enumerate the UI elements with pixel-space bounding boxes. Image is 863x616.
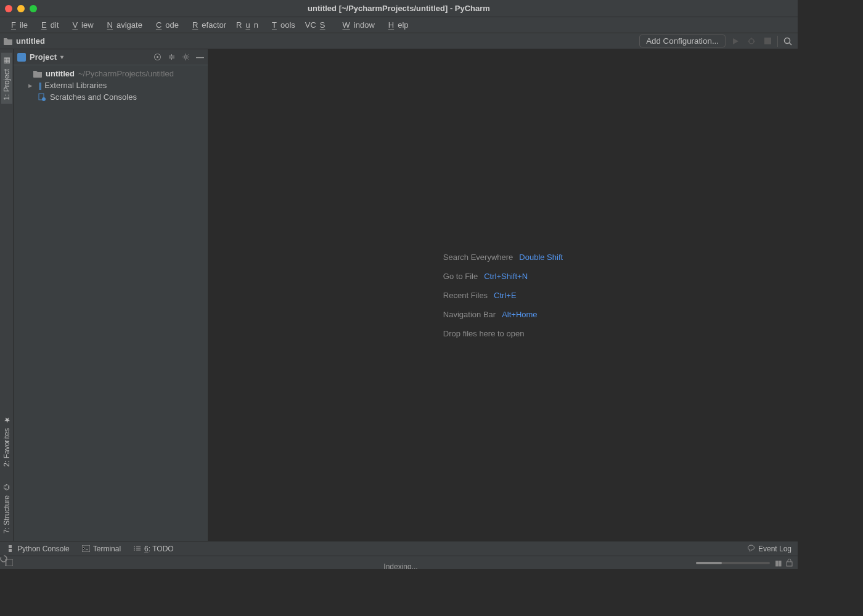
project-tool-header: Project ▾ —: [14, 49, 208, 65]
svg-rect-16: [787, 562, 792, 566]
tab-python-console[interactable]: Python Console: [6, 545, 70, 553]
run-icon[interactable]: [729, 35, 742, 47]
menu-help[interactable]: Help: [381, 19, 412, 31]
tree-scratches[interactable]: Scratches and Consoles: [14, 91, 208, 103]
structure-icon: ⌬: [4, 483, 10, 492]
menu-vcs[interactable]: VCS: [301, 19, 333, 31]
menubar: File Edit View Navigate Code Refactor Ru…: [0, 17, 798, 33]
chevron-right-icon: ▸: [28, 81, 35, 90]
gear-icon[interactable]: [182, 53, 190, 61]
tab-terminal[interactable]: Terminal: [82, 545, 121, 553]
breadcrumb-project: untitled: [16, 36, 45, 46]
chevron-down-icon[interactable]: ▾: [60, 54, 63, 60]
hint-search-everywhere: Search Everywhere Double Shift: [443, 253, 563, 262]
tree-root-name: untitled: [46, 69, 75, 78]
hint-go-to-file: Go to File Ctrl+Shift+N: [443, 272, 563, 281]
tab-structure[interactable]: 7: Structure⌬: [1, 479, 12, 537]
hint-drop-files: Drop files here to open: [443, 329, 563, 338]
main-area: 1: Project▦ 2: Favorites★ 7: Structure⌬ …: [0, 49, 798, 541]
statusbar: Indexing... ▮▮: [0, 556, 798, 569]
hint-navigation-bar: Navigation Bar Alt+Home: [443, 310, 563, 319]
minimize-icon[interactable]: [17, 5, 25, 12]
project-icon: [17, 53, 26, 62]
tool-windows-icon[interactable]: [5, 559, 13, 566]
svg-point-9: [185, 56, 187, 59]
hint-recent-files: Recent Files Ctrl+E: [443, 291, 563, 300]
svg-line-6: [790, 43, 792, 45]
project-tool-window: Project ▾ — u: [14, 49, 208, 541]
balloon-icon: [747, 545, 755, 553]
pause-icon[interactable]: ▮▮: [775, 559, 781, 567]
python-icon: [6, 545, 14, 553]
collapse-all-icon[interactable]: [168, 53, 176, 61]
menu-navigate[interactable]: Navigate: [100, 19, 146, 31]
status-text: Indexing...: [383, 562, 417, 570]
svg-rect-4: [764, 38, 771, 44]
menu-tools[interactable]: Tools: [264, 19, 299, 31]
titlebar: untitled [~/PycharmProjects/untitled] - …: [0, 0, 798, 17]
folder-icon: [4, 38, 12, 45]
svg-rect-15: [5, 559, 7, 566]
svg-point-8: [157, 56, 158, 58]
maximize-icon[interactable]: [30, 5, 37, 12]
project-tree[interactable]: untitled ~/PycharmProjects/untitled ▸ ||…: [14, 65, 208, 105]
breadcrumb[interactable]: untitled: [4, 36, 45, 46]
svg-rect-12: [82, 545, 90, 552]
menu-window[interactable]: Window: [335, 19, 378, 31]
window-controls: [5, 5, 37, 12]
menu-edit[interactable]: Edit: [34, 19, 62, 31]
navbar: untitled Add Configuration...: [0, 33, 798, 49]
bottom-tool-tabs: Python Console Terminal 6: TODO Event Lo…: [0, 541, 798, 556]
menu-refactor[interactable]: Refactor: [185, 19, 230, 31]
star-icon: ★: [3, 416, 10, 424]
tree-external-libraries[interactable]: ▸ ||| External Libraries: [14, 79, 208, 91]
target-icon[interactable]: [153, 53, 162, 61]
separator: [777, 36, 778, 47]
tree-root-path: ~/PycharmProjects/untitled: [78, 69, 174, 78]
editor-empty-state[interactable]: Search Everywhere Double Shift Go to Fil…: [208, 49, 798, 541]
todo-icon: [133, 545, 141, 552]
lock-icon[interactable]: [786, 559, 793, 567]
folder-icon: ▦: [3, 57, 10, 65]
tab-event-log[interactable]: Event Log: [747, 545, 791, 553]
menu-run[interactable]: Run: [232, 19, 262, 31]
folder-icon: [33, 70, 42, 78]
spinner-icon: [0, 555, 798, 562]
svg-point-11: [42, 97, 46, 101]
library-icon: |||: [38, 81, 41, 90]
project-tool-title[interactable]: Project: [30, 52, 57, 62]
close-icon[interactable]: [5, 5, 12, 12]
svg-point-13: [748, 545, 754, 550]
tab-project[interactable]: 1: Project▦: [1, 53, 12, 104]
left-gutter: 1: Project▦ 2: Favorites★ 7: Structure⌬: [0, 49, 14, 541]
add-configuration-button[interactable]: Add Configuration...: [639, 34, 726, 47]
svg-point-5: [785, 38, 790, 43]
menu-file[interactable]: File: [4, 19, 31, 31]
tab-todo[interactable]: 6: TODO: [133, 545, 174, 553]
hide-icon[interactable]: —: [196, 52, 204, 62]
svg-point-0: [749, 39, 754, 44]
terminal-icon: [82, 545, 90, 552]
debug-icon[interactable]: [745, 35, 758, 47]
tab-favorites[interactable]: 2: Favorites★: [1, 412, 12, 471]
tree-root[interactable]: untitled ~/PycharmProjects/untitled: [14, 68, 208, 79]
search-icon[interactable]: [782, 35, 794, 47]
window-title: untitled [~/PycharmProjects/untitled] - …: [0, 4, 798, 13]
scratch-icon: [38, 93, 46, 101]
menu-code[interactable]: Code: [149, 19, 182, 31]
indexing-progress[interactable]: [696, 562, 770, 564]
menu-view[interactable]: View: [65, 19, 97, 31]
stop-icon[interactable]: [761, 35, 774, 47]
